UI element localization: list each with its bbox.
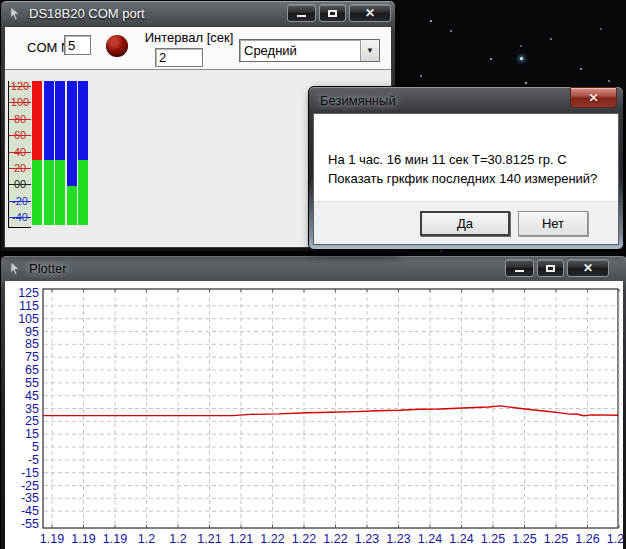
maximize-icon [328, 10, 337, 17]
x-tick-label: 1.22 [260, 532, 284, 546]
com-port-input[interactable] [64, 35, 91, 55]
minimize-icon [515, 270, 524, 272]
plotter-title: Plotter [29, 261, 67, 276]
app-icon [8, 261, 23, 276]
minimize-icon [297, 15, 306, 17]
close-button[interactable]: ✕ [567, 259, 609, 277]
x-tick-label: 1.24 [449, 532, 473, 546]
x-tick-label: 1.26 [607, 532, 623, 546]
plotter-window: Plotter ✕ 1251151059585756555453525155-5… [0, 255, 626, 549]
x-tick-label: 1.2 [138, 532, 155, 546]
desktop: { "device_window": { "title": "DS18B20 C… [0, 0, 626, 549]
close-icon: ✕ [588, 92, 598, 104]
dialog-body: На 1 час. 16 мин 11 сек Т=30.8125 гр. С … [313, 113, 619, 245]
gauge-bar-range [32, 81, 42, 160]
maximize-button[interactable] [319, 4, 346, 22]
dialog-message-line2: Показать гркфик последних 140 измерений? [328, 169, 618, 188]
y-tick-label: 115 [19, 299, 39, 313]
y-tick-label: 55 [25, 376, 39, 390]
mode-dropdown[interactable]: Средний ▼ [239, 39, 380, 62]
gauge-bar-value [78, 160, 88, 225]
no-button[interactable]: Нет [518, 211, 588, 236]
app-icon [8, 6, 23, 21]
x-tick-label: 1.23 [355, 532, 379, 546]
plotter-caption-buttons: ✕ [505, 259, 609, 277]
x-tick-label: 1.19 [40, 532, 64, 546]
desktop-stars [430, 20, 432, 22]
gauge-tick-label: -20 [9, 196, 31, 207]
gauge-bar-range [55, 81, 65, 160]
message-dialog: Безимянный ✕ На 1 час. 16 мин 11 сек Т=3… [308, 86, 624, 250]
plotter-titlebar[interactable]: Plotter ✕ [1, 256, 626, 281]
gauge-tick-label: -40 [9, 212, 31, 223]
close-button[interactable]: ✕ [349, 4, 391, 22]
y-tick-label: -5 [28, 453, 39, 467]
y-tick-label: -35 [21, 491, 39, 505]
dialog-message: На 1 час. 16 мин 11 сек Т=30.8125 гр. С … [314, 114, 618, 201]
gauge-tick-label: 20 [9, 163, 31, 174]
y-tick-label: -55 [21, 517, 39, 531]
interval-input[interactable] [155, 48, 203, 67]
dialog-close-button[interactable]: ✕ [570, 87, 617, 108]
gauge-bar-2 [44, 81, 54, 225]
device-window-titlebar[interactable]: DS18B20 COM port ✕ [1, 1, 395, 26]
gauge-bar-4 [67, 81, 77, 225]
x-tick-label: 1.19 [103, 532, 127, 546]
interval-label: Интервал [сек] [133, 30, 245, 45]
x-tick-label: 1.25 [481, 532, 505, 546]
gauge-bar-value [32, 160, 42, 225]
gauge-bar-5 [78, 81, 88, 225]
x-tick-label: 1.21 [229, 532, 253, 546]
y-tick-label: 25 [25, 414, 39, 428]
minimize-button[interactable] [505, 259, 534, 277]
dialog-title: Безимянный [320, 93, 396, 108]
gauge-tick-label: 80 [9, 114, 31, 125]
gauge-bar-value [55, 160, 65, 225]
x-tick-label: 1.22 [323, 532, 347, 546]
gauge-scale: 1201008060402000-20-40 [8, 81, 31, 228]
gauge-bar-1 [32, 81, 42, 225]
close-icon: ✕ [365, 7, 375, 19]
x-tick-label: 1.25 [544, 532, 568, 546]
gauge-tick-label: 00 [9, 179, 31, 190]
dialog-footer: Да Нет [314, 201, 618, 244]
chevron-down-icon[interactable]: ▼ [360, 40, 379, 61]
x-tick-label: 1.24 [418, 532, 442, 546]
gauge-bar-3 [55, 81, 65, 225]
gauge-bar-value [44, 160, 54, 225]
device-toolbar: COM N Интервал [сек] Средний ▼ [5, 27, 391, 70]
gauge-bar-range [44, 81, 54, 160]
x-tick-label: 1.19 [71, 532, 95, 546]
plot-canvas: 1251151059585756555453525155-5-15-25-35-… [5, 281, 623, 549]
maximize-icon [546, 265, 555, 272]
bright-star [520, 57, 523, 60]
device-window-title: DS18B20 COM port [29, 6, 145, 21]
gauge-tick-label: 100 [9, 97, 31, 108]
gauge-tick-label: 60 [9, 130, 31, 141]
x-tick-label: 1.2 [169, 532, 186, 546]
yes-button[interactable]: Да [420, 211, 510, 236]
dialog-message-line1: На 1 час. 16 мин 11 сек Т=30.8125 гр. С [328, 150, 618, 169]
status-led-icon [106, 35, 128, 57]
x-tick-label: 1.23 [386, 532, 410, 546]
device-caption-buttons: ✕ [287, 4, 391, 22]
gauge-bar-range [67, 81, 77, 186]
x-tick-label: 1.21 [197, 532, 221, 546]
mode-dropdown-value: Средний [240, 43, 360, 58]
plotter-client: 1251151059585756555453525155-5-15-25-35-… [5, 281, 623, 549]
close-icon: ✕ [583, 262, 593, 274]
x-tick-label: 1.22 [292, 532, 316, 546]
y-tick-label: 85 [25, 337, 39, 351]
x-tick-label: 1.25 [512, 532, 536, 546]
x-tick-label: 1.26 [575, 532, 599, 546]
gauge-bar-range [78, 81, 88, 160]
gauge-tick-label: 40 [9, 147, 31, 158]
minimize-button[interactable] [287, 4, 316, 22]
maximize-button[interactable] [537, 259, 564, 277]
gauge-tick-label: 120 [9, 81, 31, 92]
gauge-bar-value [67, 186, 77, 225]
